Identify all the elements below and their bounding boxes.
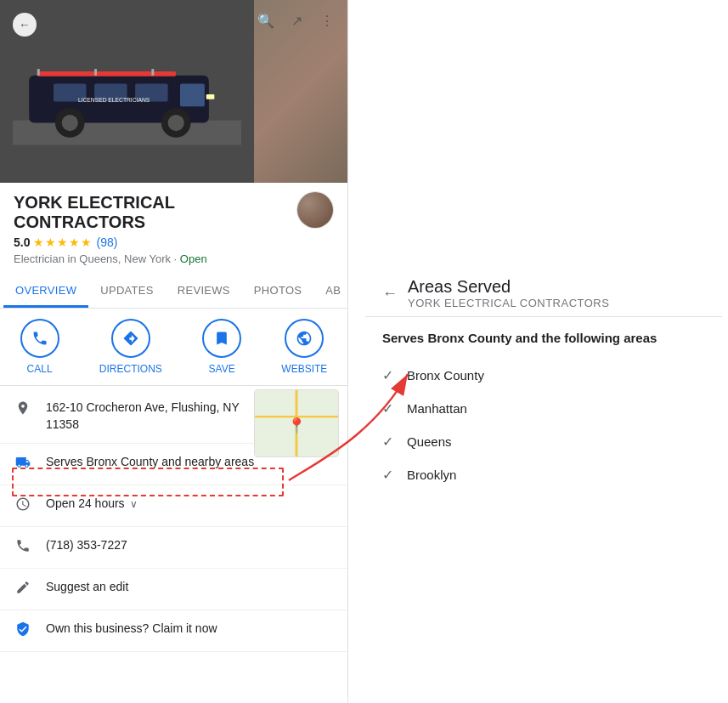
area-item-queens: ✓ Queens (382, 425, 705, 458)
area-name-manhattan: Manhattan (407, 401, 467, 416)
photo-area: ← (0, 0, 347, 183)
suggest-edit-row[interactable]: Suggest an edit (0, 569, 347, 610)
phone-icon (14, 538, 32, 558)
svg-rect-12 (37, 69, 40, 76)
areas-divider (365, 316, 722, 317)
address-row: 162-10 Crocheron Ave, Flushing, NY11358 … (0, 389, 347, 444)
open-hours: Open 24 hours (46, 496, 125, 513)
map-thumbnail[interactable]: 📍 (254, 389, 339, 457)
info-section: 162-10 Crocheron Ave, Flushing, NY11358 … (0, 386, 347, 655)
edit-icon (14, 580, 32, 599)
website-button[interactable]: WEBSITE (281, 319, 327, 375)
van-illustration: LICENSED ELECTRICIANS (13, 19, 241, 165)
check-icon: ✓ (382, 367, 393, 383)
photo-main: ← (0, 0, 254, 183)
directions-button[interactable]: DIRECTIONS (99, 319, 162, 375)
hours-row: Open 24 hours ∨ (0, 485, 347, 527)
claim-text[interactable]: Own this business? Claim it now (46, 621, 217, 638)
areas-header: ← Areas Served YORK ELECTRICAL CONTRACTO… (365, 264, 722, 316)
serves-text: Serves Bronx County and nearby areas (46, 454, 254, 471)
call-button[interactable]: CALL (20, 319, 59, 375)
tab-photos[interactable]: PHOTOS (242, 275, 313, 308)
rating-score: 5.0 (14, 235, 30, 249)
action-buttons: CALL DIRECTIONS SAVE WE (0, 309, 347, 386)
directions-label: DIRECTIONS (99, 363, 162, 375)
share-icon[interactable]: ↗ (285, 9, 308, 32)
serves-heading: Serves Bronx County and the following ar… (365, 331, 722, 359)
directions-icon (122, 330, 139, 347)
area-name-bronx: Bronx County (407, 368, 484, 383)
open-status: Open (180, 252, 207, 265)
save-label: SAVE (209, 363, 235, 375)
svg-text:LICENSED ELECTRICIANS: LICENSED ELECTRICIANS (78, 97, 150, 103)
area-item-manhattan: ✓ Manhattan (382, 392, 705, 425)
call-icon (31, 330, 48, 347)
check-icon-manhattan: ✓ (382, 400, 393, 417)
areas-panel: ← Areas Served YORK ELECTRICAL CONTRACTO… (365, 264, 722, 491)
clock-icon (14, 496, 32, 516)
website-label: WEBSITE (281, 363, 327, 375)
area-item-bronx: ✓ Bronx County (382, 359, 705, 392)
svg-point-8 (62, 114, 78, 130)
areas-title: Areas Served (408, 277, 609, 297)
claim-row[interactable]: Own this business? Claim it now (0, 610, 347, 652)
tab-reviews[interactable]: REVIEWS (166, 275, 242, 308)
svg-rect-13 (94, 69, 97, 76)
van-photo: LICENSED ELECTRICIANS (0, 0, 254, 183)
business-name: YORK ELECTRICAL CONTRACTORS (14, 193, 334, 232)
save-button[interactable]: SAVE (202, 319, 241, 375)
phone-row: (718) 353-7227 (0, 527, 347, 569)
avatar (296, 191, 334, 229)
rating-row: 5.0 ★★★★★ (98) (14, 235, 334, 249)
location-icon (14, 400, 32, 420)
tab-overview[interactable]: OVERVIEW (3, 275, 88, 308)
call-icon-circle (20, 319, 59, 358)
save-icon-circle (202, 319, 241, 358)
hours-text: Open 24 hours ∨ (46, 496, 138, 513)
tabs: OVERVIEW UPDATES REVIEWS PHOTOS AB (0, 275, 347, 309)
tab-updates[interactable]: UPDATES (88, 275, 166, 308)
call-label: CALL (27, 363, 53, 375)
svg-rect-11 (37, 71, 176, 76)
svg-rect-14 (151, 69, 154, 76)
back-button[interactable]: ← (13, 13, 37, 37)
photo-side: 🔍 ↗ ⋮ (254, 0, 347, 183)
svg-rect-3 (180, 83, 205, 106)
check-icon-brooklyn: ✓ (382, 467, 393, 483)
areas-back-button[interactable]: ← (382, 285, 398, 303)
more-icon[interactable]: ⋮ (315, 9, 339, 32)
area-name-queens: Queens (407, 434, 452, 449)
review-count[interactable]: (98) (96, 235, 117, 249)
photo-action-icons: 🔍 ↗ ⋮ (254, 9, 339, 32)
chevron-down-icon[interactable]: ∨ (130, 497, 138, 512)
verified-icon (14, 621, 32, 641)
website-icon-circle (285, 319, 324, 358)
delivery-icon (14, 455, 32, 474)
tab-ab[interactable]: AB (313, 275, 348, 308)
business-info: YORK ELECTRICAL CONTRACTORS 5.0 ★★★★★ (9… (0, 183, 347, 272)
map-pin: 📍 (287, 417, 306, 435)
left-panel: ← (0, 0, 348, 703)
areas-subtitle: YORK ELECTRICAL CONTRACTORS (408, 297, 609, 309)
svg-rect-16 (206, 94, 215, 99)
save-icon (213, 330, 230, 347)
svg-point-10 (168, 114, 184, 130)
stars: ★★★★★ (33, 235, 93, 249)
area-item-brooklyn: ✓ Brooklyn (382, 458, 705, 491)
website-icon (296, 330, 313, 347)
area-name-brooklyn: Brooklyn (407, 468, 456, 482)
area-list: ✓ Bronx County ✓ Manhattan ✓ Queens ✓ Br… (365, 359, 722, 491)
areas-title-block: Areas Served YORK ELECTRICAL CONTRACTORS (408, 277, 609, 309)
check-icon-queens: ✓ (382, 434, 393, 450)
address-text: 162-10 Crocheron Ave, Flushing, NY11358 (46, 400, 240, 433)
svg-rect-0 (13, 120, 241, 145)
directions-icon-circle (111, 319, 150, 358)
suggest-edit-text[interactable]: Suggest an edit (46, 579, 128, 596)
business-type: Electrician in Queens, New York · Open (14, 252, 334, 265)
phone-text[interactable]: (718) 353-7227 (46, 537, 127, 554)
search-icon[interactable]: 🔍 (254, 9, 278, 32)
